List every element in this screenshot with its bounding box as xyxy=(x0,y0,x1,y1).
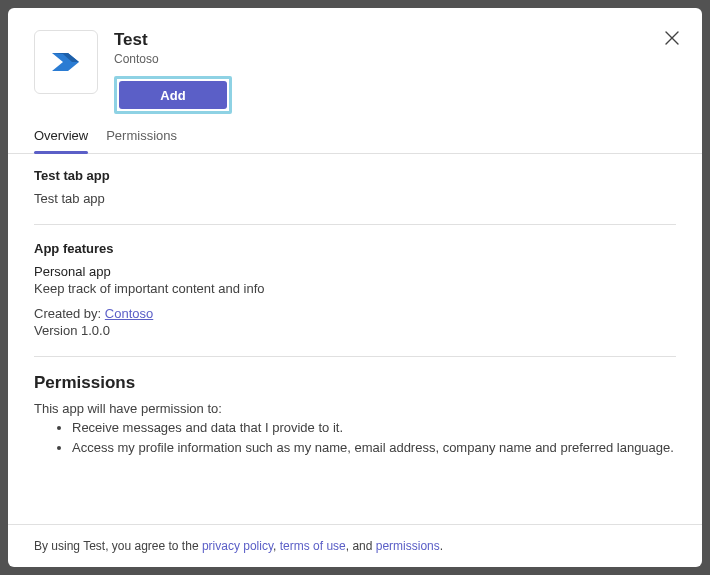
version: Version 1.0.0 xyxy=(34,323,676,338)
footer-sep: , xyxy=(273,539,280,553)
permissions-intro: This app will have permission to: xyxy=(34,401,676,416)
app-title: Test xyxy=(114,30,232,50)
section-permissions: Permissions This app will have permissio… xyxy=(34,373,676,475)
dialog-footer: By using Test, you agree to the privacy … xyxy=(8,524,702,567)
permissions-link[interactable]: permissions xyxy=(376,539,440,553)
terms-of-use-link[interactable]: terms of use xyxy=(280,539,346,553)
app-logo-icon xyxy=(46,42,86,82)
created-by-link[interactable]: Contoso xyxy=(105,306,153,321)
section-test-tab: Test tab app Test tab app xyxy=(34,168,676,225)
dialog-header: Test Contoso Add xyxy=(8,8,702,114)
footer-prefix: By using Test, you agree to the xyxy=(34,539,202,553)
close-button[interactable] xyxy=(660,26,684,50)
test-tab-heading: Test tab app xyxy=(34,168,676,183)
app-publisher: Contoso xyxy=(114,52,232,66)
dialog-content: Test tab app Test tab app App features P… xyxy=(8,154,702,524)
app-icon xyxy=(34,30,98,94)
permissions-heading: Permissions xyxy=(34,373,676,393)
header-info: Test Contoso Add xyxy=(114,30,232,114)
tab-overview[interactable]: Overview xyxy=(34,128,88,153)
tab-permissions[interactable]: Permissions xyxy=(106,128,177,153)
permissions-list: Receive messages and data that I provide… xyxy=(34,418,676,457)
features-heading: App features xyxy=(34,241,676,256)
permission-item: Receive messages and data that I provide… xyxy=(72,418,676,438)
footer-sep: , and xyxy=(346,539,376,553)
created-by: Created by: Contoso xyxy=(34,306,676,321)
footer-suffix: . xyxy=(440,539,443,553)
feature-desc: Keep track of important content and info xyxy=(34,281,676,296)
section-app-features: App features Personal app Keep track of … xyxy=(34,241,676,357)
add-button[interactable]: Add xyxy=(119,81,227,109)
add-button-highlight: Add xyxy=(114,76,232,114)
feature-subtype: Personal app xyxy=(34,264,676,279)
privacy-policy-link[interactable]: privacy policy xyxy=(202,539,273,553)
close-icon xyxy=(665,31,679,45)
test-tab-desc: Test tab app xyxy=(34,191,676,206)
permission-item: Access my profile information such as my… xyxy=(72,438,676,458)
created-by-label: Created by: xyxy=(34,306,105,321)
app-install-dialog: Test Contoso Add Overview Permissions Te… xyxy=(8,8,702,567)
tabs: Overview Permissions xyxy=(8,114,702,154)
